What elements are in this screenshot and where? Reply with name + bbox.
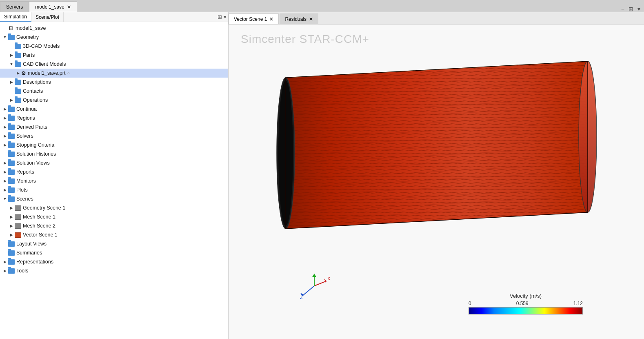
folder-icon-solvers (8, 134, 15, 139)
tree-label-model1-prt: model1_save.prt (28, 70, 65, 76)
tree-dropdown-icon[interactable]: ▾ (224, 14, 227, 20)
expand-mesh-scene-2[interactable]: ▶ (8, 223, 15, 229)
tree-item-model1-save-prt[interactable]: ▶ ⚙ model1_save.prt ○ (0, 69, 228, 78)
tree-item-operations[interactable]: ▶ Operations (0, 96, 228, 105)
expand-descriptions[interactable]: ▶ (8, 79, 15, 85)
dropdown-button[interactable]: ▾ (636, 6, 642, 12)
expand-geometry[interactable]: ▼ (2, 34, 8, 40)
tree-layout-icon[interactable]: ⊞ (218, 14, 222, 20)
tree-item-geometry-scene-1[interactable]: ▶ Geometry Scene 1 (0, 203, 228, 212)
tree-label-mesh-scene-1: Mesh Scene 1 (23, 214, 56, 220)
tree-label-contacts: Contacts (23, 88, 43, 94)
svg-marker-33 (312, 274, 316, 277)
folder-icon-plots (8, 187, 15, 193)
tree-label-solution-histories: Solution Histories (16, 151, 56, 157)
expand-derived-parts[interactable]: ▶ (2, 124, 8, 130)
left-panel: Simulation Scene/Plot ⊞ ▾ 🖥 model1_save … (0, 12, 229, 339)
folder-icon-scenes (8, 196, 15, 202)
residuals-tab-label: Residuals (285, 16, 306, 22)
folder-icon-reports (8, 170, 15, 175)
model1-save-tab[interactable]: model1_save ✕ (29, 1, 77, 12)
scene-plot-tab[interactable]: Scene/Plot (31, 12, 64, 22)
tree-label-summaries: Summaries (16, 250, 42, 256)
tree-item-mesh-scene-1[interactable]: ▶ Mesh Scene 1 (0, 212, 228, 221)
expand-regions[interactable]: ▶ (2, 115, 8, 121)
tree-item-solution-views[interactable]: ▶ Solution Views (0, 158, 228, 167)
residuals-tab[interactable]: Residuals ✕ (280, 13, 318, 24)
expand-representations[interactable]: ▶ (2, 259, 8, 265)
minimize-button[interactable]: − (620, 6, 626, 12)
tree-item-reports[interactable]: ▶ Reports (0, 167, 228, 176)
tree-item-3d-cad[interactable]: 3D-CAD Models (0, 42, 228, 51)
tree-item-layout-views[interactable]: Layout Views (0, 239, 228, 248)
tree-item-continua[interactable]: ▶ Continua (0, 105, 228, 114)
tree-item-geometry[interactable]: ▼ Geometry (0, 33, 228, 42)
expand-cad-client[interactable]: ▼ (8, 61, 15, 67)
servers-tab[interactable]: Servers (0, 1, 29, 12)
expand-vector-scene-1[interactable]: ▶ (8, 232, 15, 238)
expand-reports[interactable]: ▶ (2, 169, 8, 175)
tree-item-solvers[interactable]: ▶ Solvers (0, 132, 228, 141)
expand-monitors[interactable]: ▶ (2, 178, 8, 184)
folder-icon-3d-cad (15, 44, 21, 49)
scene-thumbnail-mesh-1 (15, 214, 21, 220)
tree-item-summaries[interactable]: Summaries (0, 248, 228, 257)
tree-item-solution-histories[interactable]: Solution Histories (0, 149, 228, 158)
tree-item-vector-scene-1[interactable]: ▶ Vector Scene 1 (0, 230, 228, 239)
tree-label-geometry: Geometry (16, 34, 39, 40)
tree-item-stopping-criteria[interactable]: ▶ Stopping Criteria (0, 141, 228, 149)
residuals-tab-close[interactable]: ✕ (309, 16, 313, 22)
simulation-tab[interactable]: Simulation (0, 12, 31, 22)
tree-item-plots[interactable]: ▶ Plots (0, 185, 228, 194)
servers-tab-label: Servers (6, 4, 23, 10)
folder-icon-derived-parts (8, 125, 15, 130)
tree-item-model1-save[interactable]: 🖥 model1_save (0, 24, 228, 33)
tree-item-scenes[interactable]: ▼ Scenes (0, 194, 228, 203)
window-controls: − ⊞ ▾ (620, 6, 644, 12)
tree-item-cad-client[interactable]: ▼ CAD Client Models (0, 60, 228, 69)
expand-tools[interactable]: ▶ (2, 268, 8, 274)
sim-tabs: Simulation Scene/Plot ⊞ ▾ (0, 12, 228, 22)
tree-item-derived-parts[interactable]: ▶ Derived Parts (0, 123, 228, 132)
expand-solution-views[interactable]: ▶ (2, 160, 8, 166)
visualization-area[interactable]: Simcenter STAR-CCM+ (229, 25, 644, 339)
tree-label-parts: Parts (23, 52, 35, 58)
window-tab-row: Servers model1_save ✕ − ⊞ ▾ (0, 0, 644, 12)
tree-item-representations[interactable]: ▶ Representations (0, 257, 228, 266)
expand-button[interactable]: ⊞ (627, 6, 635, 12)
expand-plots[interactable]: ▶ (2, 187, 8, 193)
expand-scenes[interactable]: ▼ (2, 196, 8, 202)
tree-item-regions[interactable]: ▶ Regions (0, 114, 228, 123)
tree-item-monitors[interactable]: ▶ Monitors (0, 176, 228, 185)
folder-icon-geometry (8, 35, 15, 40)
colorbar-container: Velocity (m/s) 0 0.559 1.12 (469, 293, 583, 314)
expand-parts[interactable]: ▶ (8, 52, 15, 58)
expand-continua[interactable]: ▶ (2, 106, 8, 112)
simulation-tree[interactable]: 🖥 model1_save ▼ Geometry 3D-CAD Models ▶… (0, 22, 228, 339)
right-panel: Vector Scene 1 ✕ Residuals ✕ Simcenter S… (229, 12, 644, 339)
folder-icon-layout-views (8, 241, 15, 247)
folder-icon-parts (15, 53, 21, 58)
vector-scene-1-tab[interactable]: Vector Scene 1 ✕ (229, 13, 279, 24)
folder-icon-solution-views (8, 161, 15, 166)
expand-model1-prt[interactable]: ▶ (15, 70, 21, 76)
tree-label-tools: Tools (16, 268, 28, 274)
tree-label-plots: Plots (16, 187, 28, 193)
expand-operations[interactable]: ▶ (8, 97, 15, 103)
tree-label-continua: Continua (16, 106, 37, 112)
vector-scene-1-tab-close[interactable]: ✕ (269, 16, 273, 22)
tree-item-contacts[interactable]: Contacts (0, 87, 228, 96)
expand-solvers[interactable]: ▶ (2, 133, 8, 139)
expand-stopping-criteria[interactable]: ▶ (2, 142, 8, 148)
tree-label-representations: Representations (16, 259, 53, 265)
model1-save-tab-close[interactable]: ✕ (67, 4, 71, 10)
prt-file-icon: ⚙ (21, 70, 26, 76)
expand-mesh-scene-1[interactable]: ▶ (8, 214, 15, 220)
main-layout: Simulation Scene/Plot ⊞ ▾ 🖥 model1_save … (0, 12, 644, 339)
tree-item-parts[interactable]: ▶ Parts (0, 51, 228, 60)
tree-label-stopping-criteria: Stopping Criteria (16, 142, 54, 148)
tree-item-mesh-scene-2[interactable]: ▶ Mesh Scene 2 (0, 221, 228, 230)
expand-geometry-scene-1[interactable]: ▶ (8, 205, 15, 211)
tree-item-tools[interactable]: ▶ Tools (0, 266, 228, 275)
tree-item-descriptions[interactable]: ▶ Descriptions (0, 78, 228, 87)
